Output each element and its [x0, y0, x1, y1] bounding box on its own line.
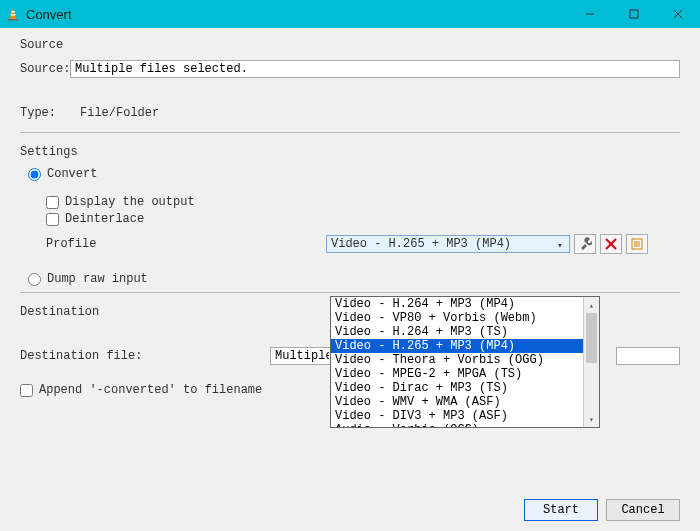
svg-rect-5	[630, 10, 638, 18]
close-button[interactable]	[656, 0, 700, 28]
svg-rect-2	[11, 14, 16, 16]
append-converted-label: Append '-converted' to filename	[39, 383, 262, 397]
profile-option[interactable]: Video - H.264 + MP3 (TS)	[331, 325, 599, 339]
profile-option[interactable]: Video - DIV3 + MP3 (ASF)	[331, 409, 599, 423]
destination-file-label: Destination file:	[20, 349, 270, 363]
profile-option[interactable]: Video - MPEG-2 + MPGA (TS)	[331, 367, 599, 381]
scroll-thumb[interactable]	[586, 313, 597, 363]
profile-combobox[interactable]: Video - H.265 + MP3 (MP4) ▾	[326, 235, 570, 253]
svg-rect-1	[11, 11, 15, 13]
maximize-button[interactable]	[612, 0, 656, 28]
scroll-up-icon[interactable]: ▴	[584, 297, 599, 313]
wrench-icon	[578, 237, 592, 251]
profile-option[interactable]: Video - Theora + Vorbis (OGG)	[331, 353, 599, 367]
display-output-label: Display the output	[65, 195, 195, 209]
destination-file-extra-input[interactable]	[616, 347, 680, 365]
profile-option-selected[interactable]: Video - H.265 + MP3 (MP4)	[331, 339, 599, 353]
display-output-checkbox[interactable]	[46, 196, 59, 209]
vlc-cone-icon	[6, 7, 20, 21]
new-profile-icon	[631, 238, 643, 250]
profile-option[interactable]: Video - Dirac + MP3 (TS)	[331, 381, 599, 395]
delete-icon	[605, 238, 617, 250]
type-value: File/Folder	[80, 106, 159, 120]
svg-rect-3	[8, 19, 18, 21]
titlebar: Convert	[0, 0, 700, 28]
edit-profile-button[interactable]	[574, 234, 596, 254]
profile-option[interactable]: Video - WMV + WMA (ASF)	[331, 395, 599, 409]
chevron-down-icon: ▾	[553, 238, 567, 252]
source-label: Source:	[20, 62, 70, 76]
destination-file-input[interactable]	[270, 347, 334, 365]
deinterlace-checkbox[interactable]	[46, 213, 59, 226]
svg-marker-0	[10, 8, 16, 19]
profile-option[interactable]: Video - H.264 + MP3 (MP4)	[331, 297, 599, 311]
profile-dropdown-list[interactable]: Video - H.264 + MP3 (MP4) Video - VP80 +…	[330, 296, 600, 428]
start-button[interactable]: Start	[524, 499, 598, 521]
convert-radio[interactable]	[28, 168, 41, 181]
delete-profile-button[interactable]	[600, 234, 622, 254]
window-title: Convert	[26, 7, 568, 22]
cancel-button[interactable]: Cancel	[606, 499, 680, 521]
profile-selected-value: Video - H.265 + MP3 (MP4)	[331, 237, 511, 251]
scroll-down-icon[interactable]: ▾	[584, 411, 599, 427]
source-input[interactable]	[70, 60, 680, 78]
profile-label: Profile	[46, 237, 326, 251]
profile-option[interactable]: Audio - Vorbis (OGG)	[331, 423, 599, 427]
minimize-button[interactable]	[568, 0, 612, 28]
type-label: Type:	[20, 106, 70, 120]
source-section-label: Source	[20, 38, 680, 52]
profile-option[interactable]: Video - VP80 + Vorbis (Webm)	[331, 311, 599, 325]
dropdown-scrollbar[interactable]: ▴ ▾	[583, 297, 599, 427]
settings-section-label: Settings	[20, 145, 680, 159]
new-profile-button[interactable]	[626, 234, 648, 254]
deinterlace-label: Deinterlace	[65, 212, 144, 226]
dump-raw-label: Dump raw input	[47, 272, 148, 286]
dump-raw-radio[interactable]	[28, 273, 41, 286]
convert-label: Convert	[47, 167, 97, 181]
append-converted-checkbox[interactable]	[20, 384, 33, 397]
